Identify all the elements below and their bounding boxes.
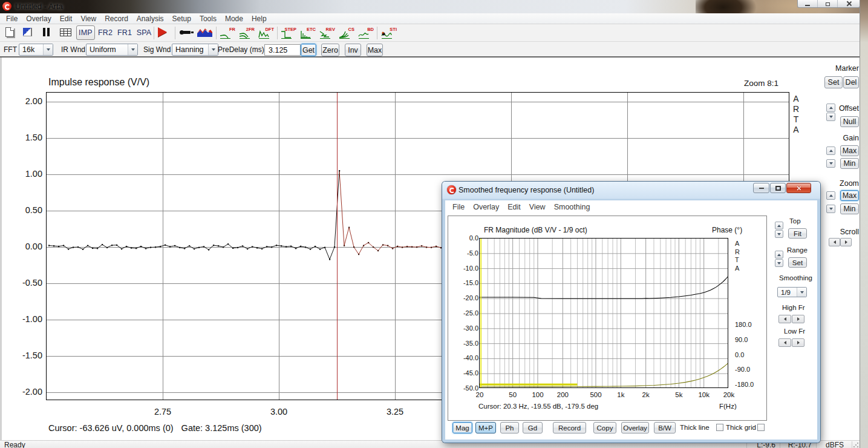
inv-button[interactable]: Inv <box>345 44 361 56</box>
table-icon[interactable] <box>60 28 71 36</box>
ir-wnd-combo[interactable]: Uniform <box>86 44 138 56</box>
signal-generator-icon[interactable] <box>197 28 212 37</box>
menu-record[interactable]: Record <box>100 15 132 23</box>
maximize-button[interactable] <box>818 0 838 7</box>
fr-y-tick: -20.0 <box>458 294 478 301</box>
fr-titlebar[interactable]: Smoothed frequency response (Untitled) <box>442 182 820 200</box>
marker-del-button[interactable]: Del <box>843 76 859 88</box>
rev-icon[interactable]: REV <box>319 27 336 40</box>
fr-high-fr-right-button[interactable] <box>792 315 804 323</box>
microphone-icon[interactable] <box>180 30 194 35</box>
max-button[interactable]: Max <box>367 44 383 56</box>
close-button[interactable] <box>838 0 860 7</box>
fr-thick-grid-checkbox[interactable] <box>757 424 765 431</box>
fr-fit-button[interactable]: Fit <box>788 228 807 239</box>
mode-fr1[interactable]: FR1 <box>116 25 133 40</box>
menu-tools[interactable]: Tools <box>195 15 221 23</box>
impulse-cursor-readout: Cursor: -63.626 uV, 0.000ms (0)Gate: 3.1… <box>48 423 262 433</box>
play-icon[interactable] <box>158 27 167 37</box>
menu-edit[interactable]: Edit <box>56 15 77 23</box>
zero-button[interactable]: Zero <box>321 44 339 56</box>
fr-menu-file[interactable]: File <box>448 203 469 211</box>
menu-file[interactable]: File <box>2 15 22 23</box>
fr-y-tick: -10.0 <box>458 265 478 272</box>
gain-down-button[interactable] <box>826 159 835 168</box>
menu-view[interactable]: View <box>76 15 100 23</box>
overlay-pen-icon[interactable] <box>23 28 32 36</box>
fr-icon[interactable]: FR <box>219 27 236 40</box>
fr-maximize-button[interactable] <box>770 183 786 193</box>
step-icon[interactable]: STEP <box>280 27 297 40</box>
main-toolbar: IMPFR2FR1SPA FR2FRDFTSTEPETCREVCSBDSTI <box>0 24 868 42</box>
fr-thick-line-checkbox[interactable] <box>716 424 723 431</box>
fr-set-button[interactable]: Set <box>788 257 807 268</box>
mode-imp[interactable]: IMP <box>76 25 95 40</box>
new-document-icon[interactable] <box>5 27 14 37</box>
sig-wnd-combo[interactable]: Hanning <box>172 44 218 56</box>
mode-spa[interactable]: SPA <box>135 25 152 40</box>
etc-icon[interactable]: ETC <box>299 27 316 40</box>
menu-help[interactable]: Help <box>247 15 271 23</box>
zoom-up-button[interactable] <box>826 191 835 200</box>
gain-up-button[interactable] <box>826 147 835 155</box>
cs-icon[interactable]: CS <box>338 27 355 40</box>
menu-mode[interactable]: Mode <box>221 15 247 23</box>
offset-down-button[interactable] <box>826 113 835 121</box>
fr-plot[interactable] <box>479 238 728 388</box>
fr-bw-button[interactable]: B/W <box>654 422 676 433</box>
fr-phase-tick: 0.0 <box>735 351 759 358</box>
fr-menu-overlay[interactable]: Overlay <box>469 203 503 211</box>
marker-set-button[interactable]: Set <box>824 76 843 88</box>
impulse-x-tick: 3.25 <box>377 407 413 417</box>
main-titlebar[interactable]: Untitled - Arta <box>0 0 868 13</box>
fr-top-down-button[interactable] <box>775 230 783 238</box>
fr-gd-button[interactable]: Gd <box>523 422 543 433</box>
resize-grip[interactable] <box>853 442 859 448</box>
fr-low-fr-left-button[interactable] <box>778 338 791 347</box>
fr-smoothing-combo[interactable]: 1/9 <box>777 287 807 297</box>
menu-overlay[interactable]: Overlay <box>22 15 55 23</box>
fr-y-tick: 0.0 <box>458 234 478 242</box>
fr-low-fr-right-button[interactable] <box>792 338 804 347</box>
fr-record-button[interactable]: Record <box>553 422 586 433</box>
fr-menu-view[interactable]: View <box>525 203 550 211</box>
minimize-button[interactable] <box>798 0 818 7</box>
fr-window[interactable]: Smoothed frequency response (Untitled) F… <box>442 182 820 443</box>
fr-copy-button[interactable]: Copy <box>593 422 616 433</box>
fr-ph-button[interactable]: Ph <box>500 422 519 433</box>
predelay-input[interactable]: 3.125 <box>264 44 301 56</box>
sti-icon[interactable]: STI <box>380 27 397 40</box>
arta-app-icon[interactable] <box>2 2 11 11</box>
dft-icon[interactable]: DFT <box>258 27 275 40</box>
offset-up-button[interactable] <box>826 104 835 112</box>
scroll-left-button[interactable] <box>829 238 840 246</box>
offset-null-button[interactable]: Null <box>840 116 859 127</box>
fr-close-button[interactable] <box>786 183 811 193</box>
fft-combo[interactable]: 16k <box>19 44 53 56</box>
menu-analysis[interactable]: Analysis <box>132 15 168 23</box>
get-button[interactable]: Get <box>301 44 316 56</box>
zoom-min-button[interactable]: Min <box>840 203 859 214</box>
zoom-max-button[interactable]: Max <box>840 190 859 201</box>
fr-range-up-button[interactable] <box>775 251 783 259</box>
fr-mag-button[interactable]: Mag <box>452 422 472 433</box>
fr-top-up-button[interactable] <box>775 222 783 229</box>
2fr-icon[interactable]: 2FR <box>238 27 255 40</box>
fr-range-down-button[interactable] <box>775 259 783 267</box>
gain-max-button[interactable]: Max <box>840 145 859 156</box>
mode-fr2[interactable]: FR2 <box>97 25 114 40</box>
toolbar-separator <box>175 27 175 39</box>
fr-high-fr-left-button[interactable] <box>778 315 791 323</box>
gain-min-button[interactable]: Min <box>840 158 859 169</box>
fr-menu-smoothing[interactable]: Smoothing <box>550 203 595 211</box>
scroll-right-button[interactable] <box>840 238 852 246</box>
fr-minimize-button[interactable] <box>753 183 769 193</box>
pause-icon[interactable] <box>42 28 50 36</box>
fr-menu-edit[interactable]: Edit <box>503 203 525 211</box>
bd-icon[interactable]: BD <box>357 27 374 40</box>
fr-mp-button[interactable]: M+P <box>475 422 496 433</box>
zoom-down-button[interactable] <box>826 205 835 213</box>
fr-phase-tick: 180.0 <box>735 321 759 328</box>
menu-setup[interactable]: Setup <box>168 15 195 23</box>
fr-overlay-button[interactable]: Overlay <box>621 422 649 433</box>
